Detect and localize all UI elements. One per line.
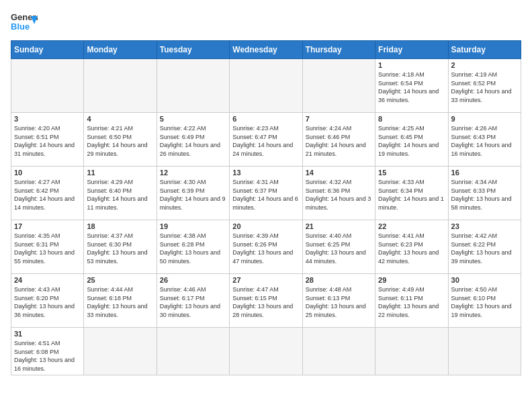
day-number: 18 xyxy=(87,222,153,230)
calendar-cell: 1Sunrise: 4:18 AM Sunset: 6:54 PM Daylig… xyxy=(375,59,448,113)
day-number: 10 xyxy=(14,169,81,177)
day-number: 17 xyxy=(14,222,81,230)
day-info: Sunrise: 4:39 AM Sunset: 6:26 PM Dayligh… xyxy=(232,232,299,265)
day-info: Sunrise: 4:30 AM Sunset: 6:39 PM Dayligh… xyxy=(160,178,226,212)
logo: General Blue xyxy=(11,11,38,35)
day-info: Sunrise: 4:19 AM Sunset: 6:52 PM Dayligh… xyxy=(451,71,518,104)
day-number: 28 xyxy=(306,276,372,284)
day-info: Sunrise: 4:21 AM Sunset: 6:50 PM Dayligh… xyxy=(87,124,153,158)
day-number: 13 xyxy=(232,169,299,177)
calendar-header-monday: Monday xyxy=(84,41,157,59)
calendar-cell: 14Sunrise: 4:32 AM Sunset: 6:36 PM Dayli… xyxy=(302,167,375,220)
calendar-cell: 4Sunrise: 4:21 AM Sunset: 6:50 PM Daylig… xyxy=(84,113,157,167)
day-number: 2 xyxy=(451,61,518,69)
day-info: Sunrise: 4:24 AM Sunset: 6:46 PM Dayligh… xyxy=(306,124,372,158)
day-number: 14 xyxy=(306,169,372,177)
day-number: 12 xyxy=(160,169,226,177)
day-number: 25 xyxy=(87,276,153,284)
day-info: Sunrise: 4:49 AM Sunset: 6:11 PM Dayligh… xyxy=(378,285,445,319)
day-info: Sunrise: 4:26 AM Sunset: 6:43 PM Dayligh… xyxy=(451,124,518,158)
day-info: Sunrise: 4:34 AM Sunset: 6:33 PM Dayligh… xyxy=(451,178,518,212)
calendar-cell: 25Sunrise: 4:44 AM Sunset: 6:18 PM Dayli… xyxy=(84,274,157,328)
calendar-cell xyxy=(11,59,84,113)
calendar-cell: 29Sunrise: 4:49 AM Sunset: 6:11 PM Dayli… xyxy=(375,274,448,328)
day-info: Sunrise: 4:20 AM Sunset: 6:51 PM Dayligh… xyxy=(14,124,81,158)
day-info: Sunrise: 4:37 AM Sunset: 6:30 PM Dayligh… xyxy=(87,232,153,265)
calendar-cell: 22Sunrise: 4:41 AM Sunset: 6:23 PM Dayli… xyxy=(375,220,448,274)
calendar-week-5: 24Sunrise: 4:43 AM Sunset: 6:20 PM Dayli… xyxy=(11,274,521,328)
day-info: Sunrise: 4:47 AM Sunset: 6:15 PM Dayligh… xyxy=(232,285,299,319)
calendar-cell: 18Sunrise: 4:37 AM Sunset: 6:30 PM Dayli… xyxy=(84,220,157,274)
day-number: 24 xyxy=(14,276,81,284)
day-info: Sunrise: 4:35 AM Sunset: 6:31 PM Dayligh… xyxy=(14,232,81,265)
calendar-cell xyxy=(230,59,302,113)
calendar-cell: 3Sunrise: 4:20 AM Sunset: 6:51 PM Daylig… xyxy=(11,113,84,167)
day-number: 22 xyxy=(378,222,445,230)
calendar-cell: 23Sunrise: 4:42 AM Sunset: 6:22 PM Dayli… xyxy=(448,220,521,274)
day-info: Sunrise: 4:40 AM Sunset: 6:25 PM Dayligh… xyxy=(306,232,372,265)
day-info: Sunrise: 4:23 AM Sunset: 6:47 PM Dayligh… xyxy=(232,124,299,158)
day-info: Sunrise: 4:18 AM Sunset: 6:54 PM Dayligh… xyxy=(378,71,445,104)
day-info: Sunrise: 4:41 AM Sunset: 6:23 PM Dayligh… xyxy=(378,232,445,265)
day-number: 23 xyxy=(451,222,518,230)
day-number: 1 xyxy=(378,61,445,69)
day-info: Sunrise: 4:38 AM Sunset: 6:28 PM Dayligh… xyxy=(160,232,226,265)
day-number: 11 xyxy=(87,169,153,177)
day-info: Sunrise: 4:22 AM Sunset: 6:49 PM Dayligh… xyxy=(160,124,226,158)
calendar-header-saturday: Saturday xyxy=(448,41,521,59)
day-number: 27 xyxy=(232,276,299,284)
calendar-cell xyxy=(157,59,229,113)
header: General Blue xyxy=(11,11,521,35)
calendar-header-friday: Friday xyxy=(375,41,448,59)
day-number: 31 xyxy=(14,330,81,338)
day-number: 19 xyxy=(160,222,226,230)
calendar-week-6: 31Sunrise: 4:51 AM Sunset: 6:08 PM Dayli… xyxy=(11,328,521,375)
calendar-cell: 15Sunrise: 4:33 AM Sunset: 6:34 PM Dayli… xyxy=(375,167,448,220)
day-info: Sunrise: 4:48 AM Sunset: 6:13 PM Dayligh… xyxy=(306,285,372,319)
calendar-header-row: SundayMondayTuesdayWednesdayThursdayFrid… xyxy=(11,41,521,59)
day-info: Sunrise: 4:44 AM Sunset: 6:18 PM Dayligh… xyxy=(87,285,153,319)
day-info: Sunrise: 4:50 AM Sunset: 6:10 PM Dayligh… xyxy=(451,285,518,319)
calendar-cell: 30Sunrise: 4:50 AM Sunset: 6:10 PM Dayli… xyxy=(448,274,521,328)
calendar-cell: 10Sunrise: 4:27 AM Sunset: 6:42 PM Dayli… xyxy=(11,167,84,220)
day-number: 9 xyxy=(451,115,518,123)
calendar-cell xyxy=(84,328,157,375)
calendar-cell: 9Sunrise: 4:26 AM Sunset: 6:43 PM Daylig… xyxy=(448,113,521,167)
day-number: 3 xyxy=(14,115,81,123)
day-info: Sunrise: 4:46 AM Sunset: 6:17 PM Dayligh… xyxy=(160,285,226,319)
calendar-cell: 20Sunrise: 4:39 AM Sunset: 6:26 PM Dayli… xyxy=(230,220,302,274)
calendar-cell xyxy=(157,328,229,375)
calendar-cell: 17Sunrise: 4:35 AM Sunset: 6:31 PM Dayli… xyxy=(11,220,84,274)
day-info: Sunrise: 4:27 AM Sunset: 6:42 PM Dayligh… xyxy=(14,178,81,212)
day-number: 5 xyxy=(160,115,226,123)
calendar-cell xyxy=(302,59,375,113)
day-number: 4 xyxy=(87,115,153,123)
day-number: 15 xyxy=(378,169,445,177)
calendar-header-sunday: Sunday xyxy=(11,41,84,59)
calendar-cell: 16Sunrise: 4:34 AM Sunset: 6:33 PM Dayli… xyxy=(448,167,521,220)
calendar-cell: 19Sunrise: 4:38 AM Sunset: 6:28 PM Dayli… xyxy=(157,220,229,274)
calendar-week-3: 10Sunrise: 4:27 AM Sunset: 6:42 PM Dayli… xyxy=(11,167,521,220)
calendar-cell: 13Sunrise: 4:31 AM Sunset: 6:37 PM Dayli… xyxy=(230,167,302,220)
calendar-cell: 6Sunrise: 4:23 AM Sunset: 6:47 PM Daylig… xyxy=(230,113,302,167)
calendar-cell xyxy=(230,328,302,375)
day-info: Sunrise: 4:31 AM Sunset: 6:37 PM Dayligh… xyxy=(232,178,299,212)
calendar-week-2: 3Sunrise: 4:20 AM Sunset: 6:51 PM Daylig… xyxy=(11,113,521,167)
calendar-header-wednesday: Wednesday xyxy=(230,41,302,59)
calendar-header-tuesday: Tuesday xyxy=(157,41,229,59)
calendar-week-4: 17Sunrise: 4:35 AM Sunset: 6:31 PM Dayli… xyxy=(11,220,521,274)
day-number: 8 xyxy=(378,115,445,123)
calendar-header-thursday: Thursday xyxy=(302,41,375,59)
calendar-cell xyxy=(302,328,375,375)
logo-icon: General Blue xyxy=(11,11,38,35)
day-info: Sunrise: 4:25 AM Sunset: 6:45 PM Dayligh… xyxy=(378,124,445,158)
day-number: 29 xyxy=(378,276,445,284)
calendar-cell: 27Sunrise: 4:47 AM Sunset: 6:15 PM Dayli… xyxy=(230,274,302,328)
day-number: 6 xyxy=(232,115,299,123)
day-number: 26 xyxy=(160,276,226,284)
day-number: 20 xyxy=(232,222,299,230)
day-info: Sunrise: 4:32 AM Sunset: 6:36 PM Dayligh… xyxy=(306,178,372,212)
calendar-cell: 12Sunrise: 4:30 AM Sunset: 6:39 PM Dayli… xyxy=(157,167,229,220)
calendar-cell: 28Sunrise: 4:48 AM Sunset: 6:13 PM Dayli… xyxy=(302,274,375,328)
calendar-cell: 21Sunrise: 4:40 AM Sunset: 6:25 PM Dayli… xyxy=(302,220,375,274)
